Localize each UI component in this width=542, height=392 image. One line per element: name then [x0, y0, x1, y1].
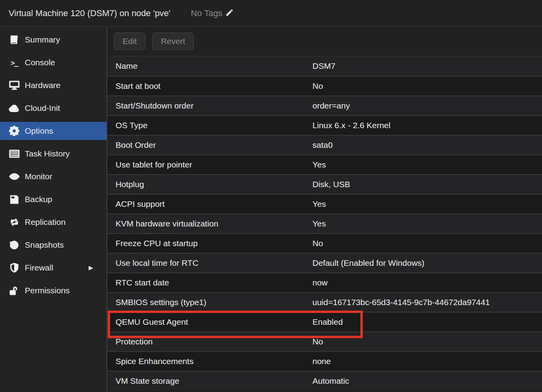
terminal-icon: >_ [8, 59, 20, 67]
table-row[interactable]: Hotplug Disk, USB [107, 174, 542, 194]
option-name: Start at boot [107, 81, 312, 91]
sidebar-item-firewall[interactable]: Firewall ▶ [0, 259, 107, 277]
table-row[interactable]: Boot Order sata0 [107, 135, 542, 155]
list-icon [8, 149, 20, 158]
sidebar-item-label: Permissions [25, 286, 70, 295]
option-name: Start/Shutdown order [107, 101, 312, 110]
option-value: Automatic [312, 376, 349, 386]
unlock-icon [8, 286, 20, 296]
option-name: ACPI support [107, 199, 312, 209]
table-row[interactable]: QEMU Guest Agent Enabled [107, 312, 542, 331]
table-row[interactable]: Spice Enhancements none [107, 351, 542, 371]
option-name: Name [107, 61, 312, 71]
gear-icon [8, 126, 20, 136]
table-row[interactable]: Use local time for RTC Default (Enabled … [107, 253, 542, 272]
option-name: Protection [107, 337, 312, 346]
table-row[interactable]: VM State storage Automatic [107, 371, 542, 390]
sidebar-item-label: Options [25, 126, 53, 136]
option-value: now [312, 278, 328, 287]
option-name: Boot Order [107, 140, 312, 150]
table-row[interactable]: Start at boot No [107, 76, 542, 96]
eye-icon [8, 173, 20, 180]
sidebar-item-label: Replication [25, 217, 66, 227]
table-row[interactable]: Freeze CPU at startup No [107, 233, 542, 253]
option-name: Freeze CPU at startup [107, 239, 312, 248]
sidebar-item-summary[interactable]: Summary ▶ [0, 31, 107, 49]
cloud-icon [8, 104, 20, 112]
sidebar-item-label: Hardware [25, 81, 61, 90]
option-name: KVM hardware virtualization [107, 219, 312, 228]
retweet-icon [8, 218, 20, 226]
sidebar-item-label: Task History [25, 149, 70, 158]
sidebar-item-monitor[interactable]: Monitor ▶ [0, 167, 107, 186]
sidebar-item-backup[interactable]: Backup ▶ [0, 190, 107, 208]
toolbar: Edit Revert [107, 27, 542, 56]
option-name: SMBIOS settings (type1) [107, 298, 312, 307]
option-name: RTC start date [107, 278, 312, 287]
sidebar-item-cloud-init[interactable]: Cloud-Init ▶ [0, 99, 107, 117]
option-name: Use tablet for pointer [107, 160, 312, 169]
sidebar-item-task-history[interactable]: Task History ▶ [0, 145, 107, 163]
sidebar: Summary ▶ >_ Console ▶ Hardware ▶ Cloud-… [0, 27, 107, 392]
table-row[interactable]: Name DSM7 [107, 56, 542, 76]
no-tags-label: No Tags [191, 8, 222, 18]
sidebar-item-label: Console [25, 58, 55, 67]
table-row[interactable]: RTC start date now [107, 272, 542, 292]
table-row[interactable]: OS Type Linux 6.x - 2.6 Kernel [107, 115, 542, 135]
option-value: sata0 [312, 140, 333, 150]
option-value: Linux 6.x - 2.6 Kernel [312, 121, 390, 130]
button-label: Edit [123, 37, 137, 46]
pencil-icon[interactable] [222, 8, 234, 18]
history-icon [8, 240, 20, 250]
sidebar-item-options[interactable]: Options ▶ [0, 122, 107, 140]
option-name: VM State storage [107, 376, 312, 386]
book-icon [8, 35, 20, 45]
sidebar-item-console[interactable]: >_ Console ▶ [0, 53, 107, 72]
sidebar-item-permissions[interactable]: Permissions ▶ [0, 282, 107, 300]
sidebar-item-label: Backup [25, 195, 52, 204]
option-value: Yes [312, 219, 326, 228]
sidebar-item-label: Firewall [25, 263, 53, 272]
table-row[interactable]: SMBIOS settings (type1) uuid=167173bc-65… [107, 292, 542, 312]
button-label: Revert [161, 37, 185, 46]
page-title: Virtual Machine 120 (DSM7) on node 'pve' [9, 8, 171, 18]
option-name: Use local time for RTC [107, 258, 312, 268]
table-row[interactable]: Start/Shutdown order order=any [107, 96, 542, 115]
table-row[interactable]: ACPI support Yes [107, 194, 542, 213]
option-value: order=any [312, 101, 350, 110]
option-value: Yes [312, 199, 326, 209]
options-table: Name DSM7 Start at boot No Start/Shutdow… [107, 56, 542, 392]
chevron-right-icon: ▶ [88, 264, 93, 271]
sidebar-item-hardware[interactable]: Hardware ▶ [0, 76, 107, 94]
revert-button[interactable]: Revert [152, 33, 194, 50]
table-row[interactable]: Protection No [107, 331, 542, 351]
option-name: OS Type [107, 121, 312, 130]
option-value: Yes [312, 160, 326, 169]
option-value: DSM7 [312, 61, 335, 71]
desktop-icon [8, 81, 20, 90]
option-value: Disk, USB [312, 180, 350, 189]
options-panel: Edit Revert Name DSM7 Start at boot No S… [107, 27, 542, 392]
option-value: Enabled [312, 317, 343, 327]
sidebar-item-label: Cloud-Init [25, 103, 60, 113]
edit-button[interactable]: Edit [114, 33, 145, 50]
tags-editor[interactable]: No Tags [191, 8, 234, 18]
option-value: No [312, 81, 323, 91]
option-value: No [312, 239, 323, 248]
shield-icon [8, 263, 20, 273]
sidebar-item-replication[interactable]: Replication ▶ [0, 213, 107, 231]
sidebar-item-label: Monitor [25, 172, 52, 181]
option-value: Default (Enabled for Windows) [312, 258, 424, 268]
table-row[interactable]: KVM hardware virtualization Yes [107, 213, 542, 233]
option-value: none [312, 357, 331, 366]
sidebar-item-label: Summary [25, 35, 60, 44]
option-name: QEMU Guest Agent [107, 317, 312, 327]
table-row[interactable]: Use tablet for pointer Yes [107, 155, 542, 174]
option-name: Spice Enhancements [107, 357, 312, 366]
option-name: Hotplug [107, 180, 312, 189]
option-value: uuid=167173bc-65d3-4145-9c7b-44672da9744… [312, 298, 490, 307]
floppy-icon [8, 195, 20, 204]
sidebar-item-snapshots[interactable]: Snapshots ▶ [0, 236, 107, 254]
sidebar-item-label: Snapshots [25, 240, 64, 250]
page-header: Virtual Machine 120 (DSM7) on node 'pve'… [0, 0, 542, 27]
